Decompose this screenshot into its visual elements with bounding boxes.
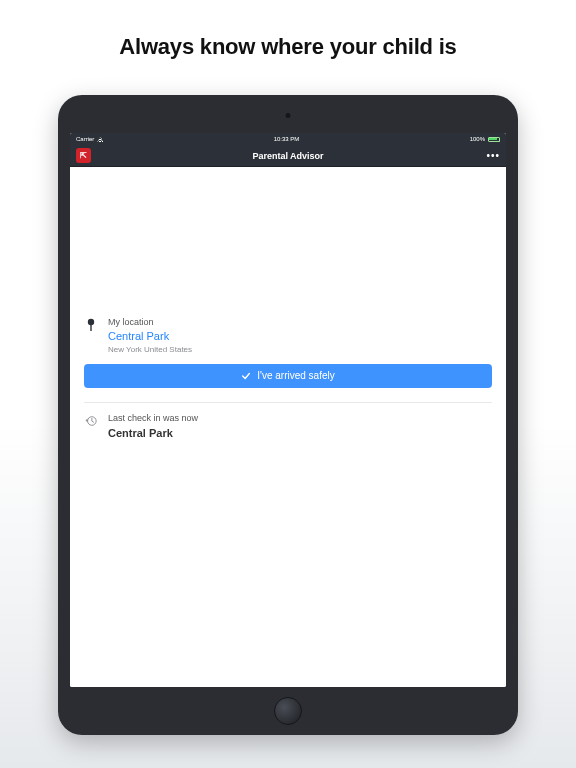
last-checkin-row: Last check in was now Central Park [84,413,492,440]
battery-icon [488,137,500,142]
status-left: Carrier [76,136,103,142]
my-location-label: My location [108,317,492,329]
checkin-status-line: Last check in was now [108,413,492,425]
more-button[interactable]: ••• [486,150,500,161]
wifi-icon [97,136,103,142]
status-bar: Carrier 10:33 PM 100% [70,133,506,145]
tablet-frame: Carrier 10:33 PM 100% ⇱ Parental Advisor… [58,95,518,735]
divider [84,402,492,403]
arrived-button-label: I've arrived safely [257,370,335,381]
status-time: 10:33 PM [274,136,300,142]
promo-title: Always know where your child is [0,0,576,60]
history-icon [85,415,97,427]
nav-title: Parental Advisor [252,151,323,161]
arrived-safely-button[interactable]: I've arrived safely [84,364,492,388]
status-right: 100% [470,136,500,142]
svg-rect-1 [90,324,91,331]
carrier-label: Carrier [76,136,94,142]
app-icon[interactable]: ⇱ [76,148,91,163]
front-camera [286,113,291,118]
location-block: My location Central Park New York United… [84,317,492,440]
location-region: New York United States [108,345,492,354]
home-button[interactable] [274,697,302,725]
location-name[interactable]: Central Park [108,329,492,343]
main-content: My location Central Park New York United… [70,167,506,687]
checkin-place: Central Park [108,426,492,440]
pin-icon [86,318,96,332]
screen: Carrier 10:33 PM 100% ⇱ Parental Advisor… [70,133,506,687]
battery-percent: 100% [470,136,485,142]
my-location-row: My location Central Park New York United… [84,317,492,354]
nav-bar: ⇱ Parental Advisor ••• [70,145,506,167]
check-icon [241,371,251,381]
